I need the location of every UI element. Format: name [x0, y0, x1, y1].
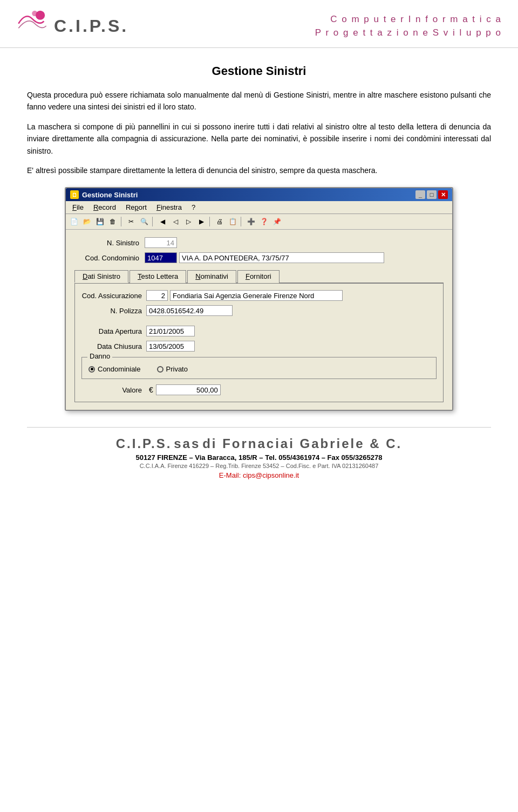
title-bar-controls[interactable]: _ □ ✕ — [415, 190, 448, 199]
valore-label: Valore — [81, 386, 146, 394]
polizza-label: N. Polizza — [81, 307, 146, 315]
footer-logo-line: C.I.P.S. sas di Fornaciai Gabriele & C. — [43, 436, 475, 451]
title-bar-left: 🗋 Gestione Sinistri — [70, 190, 138, 199]
toolbar: 📄 📂 💾 🗑 ✂ 🔍 ◀ ◁ ▷ ▶ 🖨 📋 ➕ ❓ 📌 — [66, 214, 452, 230]
page-footer: C.I.P.S. sas di Fornaciai Gabriele & C. … — [27, 427, 491, 485]
radio-condominiale-circle[interactable] — [88, 366, 95, 373]
page-title: Gestione Sinistri — [27, 64, 491, 78]
menu-finestra[interactable]: Finestra — [152, 202, 186, 212]
toolbar-sep4 — [241, 217, 243, 226]
window-title: Gestione Sinistri — [82, 191, 138, 199]
radio-condominiale-label: Condominiale — [98, 365, 141, 373]
intro-paragraph-2: La maschera si compone di più pannellini… — [27, 121, 491, 157]
polizza-input[interactable] — [146, 305, 233, 316]
spacer — [81, 320, 437, 326]
menu-record[interactable]: Record — [89, 202, 120, 212]
footer-email: E-Mail: cips@cipsonline.it — [43, 471, 475, 479]
toolbar-find[interactable]: 🔍 — [138, 216, 150, 228]
toolbar-scissors[interactable]: ✂ — [125, 216, 137, 228]
intro-paragraph-1: Questa procedura può essere richiamata s… — [27, 89, 491, 113]
footer-legal: C.C.I.A.A. Firenze 416229 – Reg.Trib. Fi… — [43, 463, 475, 469]
sinistro-row: N. Sinistro — [74, 237, 444, 248]
toolbar-b3[interactable]: ▷ — [182, 216, 194, 228]
cips-logo-icon — [16, 10, 49, 42]
footer-email-link[interactable]: cips@cipsonline.it — [243, 471, 299, 479]
title-bar: 🗋 Gestione Sinistri _ □ ✕ — [66, 188, 452, 201]
polizza-row: N. Polizza — [81, 305, 437, 316]
toolbar-b2[interactable]: ◁ — [169, 216, 181, 228]
main-content: Gestione Sinistri Questa procedura può e… — [0, 48, 518, 501]
tab-dati-sinistro[interactable]: Dati Sinistro — [74, 270, 128, 283]
euro-symbol: € — [149, 386, 153, 394]
condominio-desc-input[interactable] — [179, 252, 384, 263]
svg-point-1 — [32, 11, 37, 16]
toolbar-b4[interactable]: ▶ — [195, 216, 207, 228]
sinistro-input[interactable] — [145, 237, 177, 248]
condominio-code-input[interactable] — [145, 252, 177, 263]
radio-privato-circle[interactable] — [157, 366, 163, 373]
toolbar-b1[interactable]: ◀ — [156, 216, 168, 228]
application-window: 🗋 Gestione Sinistri _ □ ✕ File Record Re… — [65, 187, 453, 411]
menu-report[interactable]: Report — [121, 202, 151, 212]
tab-content-dati-sinistro: Cod. Assicurazione N. Polizza Data Apert… — [74, 284, 444, 402]
page-header: C.I.P.S. C o m p u t e r I n f o r m a t… — [0, 0, 518, 48]
assicurazione-row: Cod. Assicurazione — [81, 290, 437, 301]
radio-condominiale[interactable]: Condominiale — [88, 365, 141, 373]
data-apertura-row: Data Apertura — [81, 326, 437, 336]
toolbar-preview[interactable]: 📋 — [227, 216, 238, 228]
menu-file[interactable]: File — [68, 202, 88, 212]
toolbar-help[interactable]: ❓ — [258, 216, 270, 228]
data-chiusura-input[interactable] — [146, 341, 195, 352]
toolbar-sep3 — [209, 217, 212, 226]
data-chiusura-label: Data Chiusura — [81, 342, 146, 350]
tabs-area: Dati Sinistro Testo Lettera Nominativi F… — [74, 270, 444, 402]
logo-text: C.I.P.S. — [54, 16, 128, 36]
danno-group: Danno Condominiale Privato — [81, 357, 437, 379]
company-line1: C o m p u t e r I n f o r m a t i c a — [315, 12, 502, 26]
danno-legend: Danno — [87, 352, 112, 360]
company-name: C o m p u t e r I n f o r m a t i c a P … — [315, 12, 502, 40]
tab-testo-lettera[interactable]: Testo Lettera — [130, 270, 186, 283]
radio-privato-label: Privato — [166, 365, 188, 373]
footer-desc: di Fornaciai Gabriele & C. — [202, 436, 402, 451]
sinistro-label: N. Sinistro — [74, 239, 145, 247]
minimize-button[interactable]: _ — [415, 190, 425, 199]
close-button[interactable]: ✕ — [438, 190, 448, 199]
assicurazione-num-input[interactable] — [146, 290, 168, 301]
maximize-button[interactable]: □ — [427, 190, 437, 199]
menu-help[interactable]: ? — [187, 202, 200, 212]
data-apertura-label: Data Apertura — [81, 327, 146, 335]
window-icon: 🗋 — [70, 190, 79, 199]
toolbar-delete[interactable]: 🗑 — [107, 216, 119, 228]
valore-row: Valore € — [81, 384, 437, 395]
toolbar-sep2 — [152, 217, 154, 226]
footer-logo: C.I.P.S. — [116, 436, 172, 451]
menu-bar: File Record Report Finestra ? — [66, 201, 452, 214]
intro-paragraph-3: E' altresì possibile stampare direttamen… — [27, 164, 491, 176]
tab-fornitori[interactable]: Fornitori — [237, 270, 280, 283]
tabs-row: Dati Sinistro Testo Lettera Nominativi F… — [74, 270, 444, 284]
radio-privato[interactable]: Privato — [157, 365, 188, 373]
toolbar-sep1 — [121, 217, 123, 226]
toolbar-print[interactable]: 🖨 — [214, 216, 226, 228]
radio-row: Condominiale Privato — [88, 362, 430, 373]
toolbar-save[interactable]: 💾 — [94, 216, 106, 228]
footer-sas: sas — [174, 436, 200, 451]
condominio-row: Cod. Condominio — [74, 252, 444, 263]
data-chiusura-row: Data Chiusura — [81, 341, 437, 352]
data-apertura-input[interactable] — [146, 326, 195, 336]
tab-nominativi[interactable]: Nominativi — [187, 270, 236, 283]
toolbar-new[interactable]: 📄 — [68, 216, 80, 228]
toolbar-plus[interactable]: ➕ — [245, 216, 257, 228]
condominio-label: Cod. Condominio — [74, 254, 145, 262]
footer-address: 50127 FIRENZE – Via Baracca, 185/R – Tel… — [43, 453, 475, 462]
company-line2: P r o g e t t a z i o n e S v i l u p p … — [315, 26, 502, 40]
footer-email-label: E-Mail: — [219, 471, 241, 479]
toolbar-open[interactable]: 📂 — [81, 216, 93, 228]
logo-area: C.I.P.S. — [16, 10, 128, 42]
assicurazione-desc-input[interactable] — [170, 290, 343, 301]
form-area: N. Sinistro Cod. Condominio Dati Sinistr… — [66, 230, 452, 410]
valore-input[interactable] — [156, 384, 221, 395]
toolbar-extra[interactable]: 📌 — [271, 216, 283, 228]
assicurazione-label: Cod. Assicurazione — [81, 292, 146, 300]
